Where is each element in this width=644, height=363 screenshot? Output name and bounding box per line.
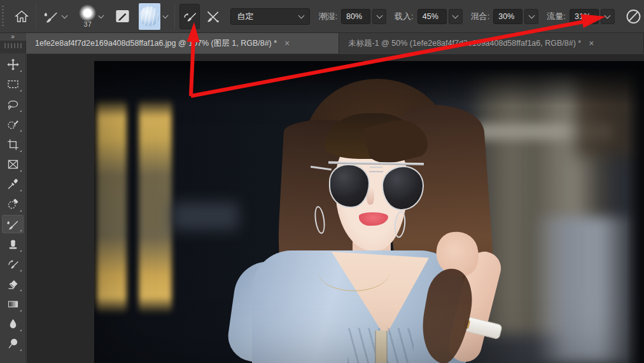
mix-slider-button[interactable] xyxy=(524,9,538,24)
swatch-chevron-icon[interactable] xyxy=(162,12,168,18)
load-label: 载入: xyxy=(395,11,414,22)
dodge-icon xyxy=(6,337,20,350)
brush-load-sphere-icon xyxy=(139,6,159,26)
clean-brush-after-stroke-button[interactable] xyxy=(202,6,223,27)
brush-icon xyxy=(6,217,20,231)
history-brush-icon xyxy=(6,257,20,271)
document-canvas[interactable] xyxy=(94,61,644,363)
eraser-icon xyxy=(6,277,20,291)
lasso-tool[interactable] xyxy=(2,95,24,114)
selection-brush-icon xyxy=(6,118,20,131)
canvas-pasteboard xyxy=(27,54,644,363)
wet-param-group: 潮湿: 80% xyxy=(318,9,386,24)
brush-tool[interactable] xyxy=(2,215,24,233)
chevron-down-icon xyxy=(376,12,382,18)
wet-value: 80% xyxy=(346,12,362,21)
load-param-group: 载入: 45% xyxy=(395,9,463,24)
blur-tool[interactable] xyxy=(2,315,24,333)
brush-panel-icon xyxy=(114,8,131,25)
history-brush-tool[interactable] xyxy=(2,255,24,273)
dodge-tool[interactable] xyxy=(2,334,24,353)
move-tool[interactable] xyxy=(2,55,24,74)
mix-param-group: 混合: 30% xyxy=(471,9,539,24)
home-button[interactable] xyxy=(13,8,31,25)
healing-brush-icon xyxy=(6,198,20,211)
flow-input[interactable]: 31% xyxy=(570,9,599,24)
options-bar-grabber[interactable] xyxy=(2,6,4,27)
preset-select-value: 自定 xyxy=(237,11,253,22)
brush-tip-preview[interactable]: 37 xyxy=(79,4,96,28)
clone-stamp-tool[interactable] xyxy=(2,235,24,254)
load-input[interactable]: 45% xyxy=(417,9,447,24)
marquee-icon xyxy=(6,78,20,91)
close-tab-icon[interactable]: × xyxy=(589,39,594,48)
photo-vignette xyxy=(94,61,644,363)
flow-slider-button[interactable] xyxy=(601,9,615,24)
brush-preset-button[interactable] xyxy=(41,7,71,26)
wet-label: 潮湿: xyxy=(318,11,337,22)
eyedropper-icon xyxy=(6,177,20,191)
mix-input[interactable]: 30% xyxy=(493,9,522,24)
close-tab-icon[interactable]: × xyxy=(284,39,290,48)
move-icon xyxy=(6,58,20,71)
gradient-tool[interactable] xyxy=(2,295,24,313)
gradient-icon xyxy=(6,298,20,311)
load-brush-after-stroke-button[interactable] xyxy=(179,4,200,29)
toggle-brush-settings-button[interactable] xyxy=(113,6,132,26)
rectangular-marquee-tool[interactable] xyxy=(2,75,24,93)
home-icon xyxy=(14,9,29,24)
brush-tip-chevron-icon[interactable] xyxy=(99,12,104,18)
wet-slider-button[interactable] xyxy=(372,9,386,24)
brush-size-value: 37 xyxy=(84,20,92,28)
clone-stamp-icon xyxy=(6,238,20,251)
water-drop-icon xyxy=(6,317,20,331)
tool-options-bar: 37 xyxy=(0,0,644,33)
separator xyxy=(174,4,175,29)
photoshop-window: 37 xyxy=(0,0,644,363)
spot-healing-brush-tool[interactable] xyxy=(2,195,24,214)
airbrush-toggle-button[interactable] xyxy=(621,6,643,27)
chevron-down-icon xyxy=(528,12,535,18)
document-tab-title: 1efe2e8af4f7d2e169a408d58ffaf1a6.jpg @ 1… xyxy=(35,38,277,49)
mix-label: 混合: xyxy=(471,11,490,22)
chevron-down-icon xyxy=(452,12,459,18)
crop-tool[interactable] xyxy=(2,135,24,154)
mixer-brush-load-icon xyxy=(181,8,198,25)
eraser-tool[interactable] xyxy=(2,275,24,293)
brush-tip-circle-icon xyxy=(79,4,96,22)
document-tab-bar: » 1efe2e8af4f7d2e169a408d58ffaf1a6.jpg @… xyxy=(0,33,644,53)
crop-icon xyxy=(6,138,20,151)
separator xyxy=(36,4,36,29)
load-slider-button[interactable] xyxy=(449,9,463,24)
chevron-down-icon xyxy=(605,12,611,18)
lasso-icon xyxy=(6,98,20,111)
selection-brush-tool[interactable] xyxy=(2,115,24,134)
airbrush-icon xyxy=(622,7,641,26)
document-tab-title: 未标题-1 @ 50% (1efe2e8af4f7d2e169a408d58ff… xyxy=(348,38,581,49)
wet-input[interactable]: 80% xyxy=(341,9,370,24)
frame-tool[interactable] xyxy=(2,155,24,174)
mix-value: 30% xyxy=(498,12,514,21)
flow-value: 31% xyxy=(575,12,591,21)
tools-panel xyxy=(0,54,26,363)
chevron-down-icon xyxy=(62,12,68,18)
document-tab-inactive[interactable]: 未标题-1 @ 50% (1efe2e8af4f7d2e169a408d58ff… xyxy=(339,33,644,53)
clean-brush-icon xyxy=(204,8,221,25)
brush-icon xyxy=(43,8,59,25)
frame-icon xyxy=(6,158,20,171)
panel-grabber[interactable] xyxy=(4,43,22,48)
flow-param-group: 流量: 31% xyxy=(547,9,615,24)
flow-label: 流量: xyxy=(547,11,566,22)
brush-load-swatch[interactable] xyxy=(139,3,160,30)
document-tab-active[interactable]: 1efe2e8af4f7d2e169a408d58ffaf1a6.jpg @ 1… xyxy=(26,33,339,53)
expand-panels-button[interactable]: » xyxy=(0,33,26,41)
eyedropper-tool[interactable] xyxy=(2,175,24,193)
tools-panel-header: » xyxy=(0,33,26,53)
chevron-down-icon xyxy=(298,12,305,18)
load-value: 45% xyxy=(423,12,438,21)
useful-combinations-select[interactable]: 自定 xyxy=(230,8,310,25)
